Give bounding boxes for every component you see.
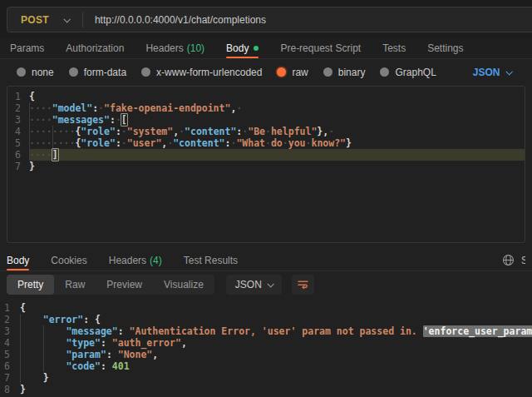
radio-icon — [380, 67, 389, 77]
tab-label: Body — [226, 42, 249, 54]
code-line: 5 "param": "None", — [0, 349, 532, 360]
body-mode-x-www-form-urlencoded[interactable]: x-www-form-urlencoded — [141, 67, 262, 78]
code-token: "user" — [127, 137, 162, 149]
response-view-switcher: PrettyRawPreviewVisualize — [7, 275, 214, 295]
globe-icon[interactable] — [502, 254, 515, 266]
code-token — [20, 360, 43, 372]
tab-tests[interactable]: Tests — [382, 38, 406, 58]
code-token: "param" — [66, 349, 106, 360]
code-token: ···· — [29, 114, 52, 126]
code-token — [43, 337, 66, 349]
tab-body[interactable]: Body — [226, 38, 259, 58]
view-visualize[interactable]: Visualize — [153, 275, 214, 295]
code-line-content: { — [29, 91, 525, 102]
code-line-content: ········{"role":·"system",·"content":·"B… — [29, 126, 525, 137]
code-token: · — [265, 137, 271, 149]
code-line: 2 "error": { — [0, 314, 532, 325]
tab-label: Body — [7, 255, 29, 266]
code-token: : — [116, 137, 121, 149]
url-input[interactable]: http://0.0.0.0:4000/v1/chat/completions — [95, 14, 532, 26]
code-line: 6 "code": 401 — [0, 360, 532, 372]
line-number: 6 — [7, 149, 29, 161]
selected-text: 'enforce_user_param'=True" — [423, 325, 532, 337]
code-line: 3····"messages":·[ — [7, 114, 525, 126]
body-mode-raw[interactable]: raw — [277, 67, 308, 78]
code-token: "auth_error" — [112, 337, 181, 349]
code-line-content: ····"messages":·[ — [29, 114, 525, 126]
code-token: "Be — [248, 126, 265, 137]
response-format-select[interactable]: JSON — [226, 275, 282, 295]
code-token: , — [152, 349, 158, 360]
response-tab-body[interactable]: Body — [7, 250, 29, 270]
code-line-content: } — [29, 161, 525, 172]
body-mode-label: form-data — [84, 67, 126, 78]
line-number: 6 — [0, 360, 20, 372]
code-token: ···· — [52, 126, 76, 137]
tab-headers[interactable]: Headers(10) — [145, 38, 204, 58]
code-token: : { — [83, 314, 101, 325]
code-token: , — [181, 337, 187, 349]
url-bar-container: POST http://0.0.0.0:4000/v1/chat/complet… — [7, 7, 532, 32]
body-mode-binary[interactable]: binary — [323, 67, 366, 78]
language-select[interactable]: JSON — [473, 67, 511, 78]
code-token: · — [98, 102, 104, 114]
code-token: } — [346, 137, 352, 149]
body-mode-none[interactable]: none — [17, 67, 54, 78]
line-number: 1 — [7, 91, 29, 102]
code-token: "error" — [43, 314, 83, 325]
code-token: · — [179, 126, 185, 137]
line-number: 2 — [0, 314, 20, 325]
radio-icon — [277, 67, 286, 77]
code-token — [43, 360, 66, 372]
code-line-content: "message": "Authentication Error, 'user'… — [20, 325, 532, 337]
code-token: ···· — [29, 137, 52, 149]
code-token: "system" — [127, 126, 173, 137]
tab-authorization[interactable]: Authorization — [66, 38, 124, 58]
code-token: · — [283, 137, 288, 149]
tab-label: Headers — [145, 42, 183, 54]
code-token: : — [101, 337, 112, 349]
code-token: { — [20, 302, 26, 314]
response-body-editor[interactable]: 1{2 "error": {3 "message": "Authenticati… — [0, 297, 532, 395]
view-raw[interactable]: Raw — [54, 275, 96, 295]
tab-count-badge: (4) — [150, 255, 162, 266]
code-line: 5········{"role":·"user",·"content":·"Wh… — [7, 137, 525, 149]
line-number: 7 — [0, 372, 20, 384]
code-token: helpful" — [271, 126, 317, 137]
response-tab-cookies[interactable]: Cookies — [51, 250, 86, 270]
response-tab-test-results[interactable]: Test Results — [184, 250, 238, 270]
code-token: ] — [52, 148, 59, 161]
code-token: "role" — [81, 137, 116, 149]
code-token: }, — [317, 126, 328, 137]
body-mode-graphql[interactable]: GraphQL — [380, 67, 436, 78]
wrap-text-icon — [297, 279, 309, 290]
code-token: "content" — [185, 126, 236, 137]
code-token: : — [118, 325, 130, 337]
line-number: 4 — [7, 126, 29, 137]
line-number: 3 — [0, 325, 20, 337]
tab-label: Settings — [427, 42, 463, 54]
code-token: ···· — [52, 137, 76, 149]
code-token: you — [288, 137, 306, 149]
code-token: "fake-openai-endpoint" — [104, 102, 230, 114]
tab-label: Headers — [109, 255, 146, 266]
code-token: "type" — [66, 337, 101, 349]
radio-icon — [141, 67, 150, 77]
code-token: ···· — [29, 149, 52, 161]
response-tabs: BodyCookiesHeaders(4)Test Results Status — [0, 250, 532, 271]
code-token: "code" — [66, 360, 101, 372]
request-method-select[interactable]: POST — [7, 14, 69, 26]
tab-settings[interactable]: Settings — [427, 38, 463, 58]
view-preview[interactable]: Preview — [96, 275, 153, 295]
request-body-editor[interactable]: 1{2····"model":·"fake-openai-endpoint",·… — [7, 86, 525, 243]
line-number: 3 — [7, 114, 29, 126]
code-line-content: "type": "auth_error", — [20, 337, 532, 349]
tab-pre-request-script[interactable]: Pre-request Script — [280, 38, 361, 58]
tab-params[interactable]: Params — [10, 38, 44, 58]
wrap-text-button[interactable] — [292, 275, 314, 295]
response-controls: PrettyRawPreviewVisualize JSON — [0, 271, 532, 297]
view-pretty[interactable]: Pretty — [7, 275, 54, 295]
body-mode-form-data[interactable]: form-data — [69, 67, 126, 78]
radio-icon — [69, 67, 78, 77]
response-tab-headers[interactable]: Headers(4) — [109, 250, 162, 270]
